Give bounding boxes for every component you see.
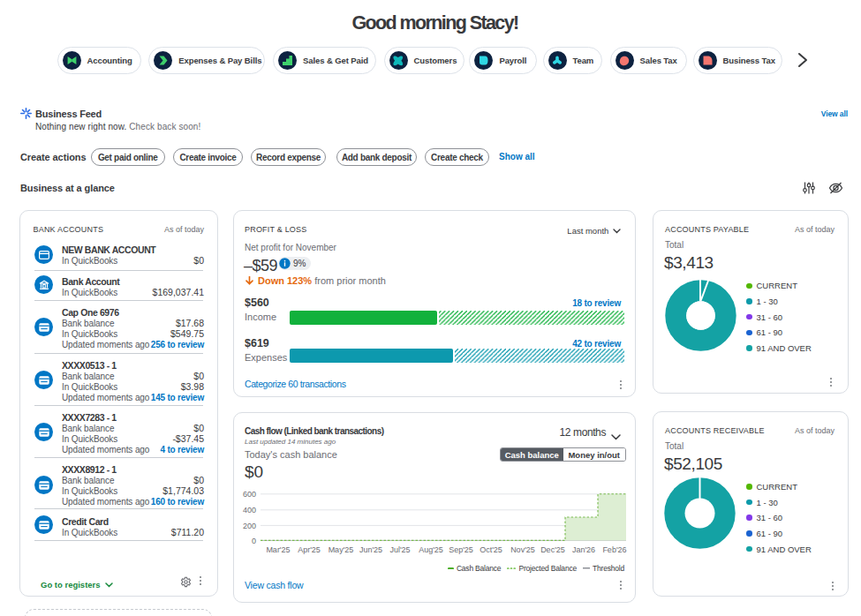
svg-text:Mar'25: Mar'25: [266, 545, 290, 554]
svg-text:Dec'25: Dec'25: [540, 545, 565, 554]
svg-text:Apr'25: Apr'25: [298, 545, 321, 554]
svg-text:200: 200: [243, 522, 256, 530]
svg-text:Jan'26: Jan'26: [572, 545, 595, 554]
svg-text:May'25: May'25: [329, 545, 354, 554]
svg-text:0: 0: [252, 537, 256, 545]
svg-text:Aug'25: Aug'25: [419, 545, 443, 554]
svg-text:Feb'26: Feb'26: [602, 545, 626, 554]
svg-text:Jun'25: Jun'25: [359, 545, 382, 554]
svg-text:Oct'25: Oct'25: [480, 545, 502, 554]
svg-text:Jul'25: Jul'25: [389, 545, 410, 554]
svg-text:400: 400: [243, 506, 256, 515]
svg-text:Nov'25: Nov'25: [510, 545, 535, 554]
svg-text:Sep'25: Sep'25: [449, 545, 473, 554]
svg-text:600: 600: [243, 490, 256, 499]
